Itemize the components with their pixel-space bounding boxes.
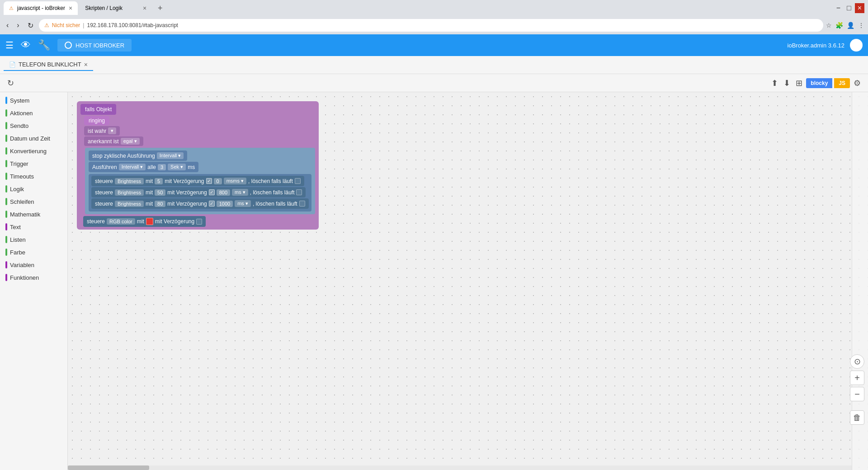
tab-skrip-close-btn[interactable]: ×: [143, 5, 146, 12]
sidebar-item-aktionen[interactable]: Aktionen: [0, 107, 67, 119]
extension-icon[interactable]: 🧩: [835, 22, 843, 29]
header-right: ioBroker.admin 3.6.12 ℹ: [788, 39, 863, 52]
main-block-group[interactable]: falls Objekt ringing ist wahr ▾: [77, 101, 319, 230]
ms-dropdown3[interactable]: ms ▾: [235, 200, 251, 207]
sidebar-item-logik[interactable]: Logik: [0, 183, 67, 195]
val3-input[interactable]: 80: [155, 201, 165, 207]
rgb-checkbox[interactable]: [196, 219, 202, 225]
toolbar: ↻ ⬆ ⬇ ⊞ blocky JS ⚙: [0, 74, 868, 92]
refresh-button[interactable]: ↻: [5, 76, 16, 90]
tab-close-btn[interactable]: ×: [69, 5, 72, 12]
canvas-area[interactable]: falls Objekt ringing ist wahr ▾: [68, 92, 868, 470]
alle-val[interactable]: 3: [158, 164, 166, 170]
checkbox3[interactable]: ✓: [209, 201, 215, 207]
sidebar-item-farbe[interactable]: Farbe: [0, 246, 67, 258]
sidebar-item-mathematik[interactable]: Mathematik: [0, 208, 67, 221]
script-tab-close[interactable]: ×: [84, 61, 88, 68]
bookmark-icon[interactable]: ☆: [826, 22, 832, 29]
sidebar-item-listen[interactable]: Listen: [0, 233, 67, 246]
sidebar-item-timeouts[interactable]: Timeouts: [0, 170, 67, 183]
sidebar-indicator-listen: [5, 236, 7, 243]
loschen2-checkbox[interactable]: [296, 189, 302, 195]
wrench-icon[interactable]: 🔧: [38, 39, 50, 51]
host-button[interactable]: HOST IOBROKER: [57, 39, 132, 52]
loschen3-checkbox[interactable]: [299, 201, 305, 207]
zoom-in-button[interactable]: +: [850, 371, 864, 385]
ms-val3[interactable]: 1000: [217, 201, 233, 207]
sidebar-item-datum[interactable]: Datum und Zeit: [0, 132, 67, 145]
sidebar-item-funktionen[interactable]: Funktionen: [0, 271, 67, 284]
reload-button[interactable]: ↻: [25, 19, 36, 32]
block-ausfuehren[interactable]: Ausführen Intervall ▾ alle 3 Sek ▾ ms: [89, 162, 198, 172]
menu-icon[interactable]: ⋮: [858, 22, 864, 29]
sek-dropdown[interactable]: Sek ▾: [168, 164, 186, 170]
ms-val2[interactable]: 800: [217, 189, 230, 196]
block-steuere-1[interactable]: steuere Brightness mit 5 mit Verzögerung…: [91, 176, 304, 186]
trash-button[interactable]: 🗑: [850, 410, 864, 425]
script-tab-active[interactable]: 📄 TELEFON BLINKLICHT ×: [4, 59, 93, 71]
sidebar-item-konvertierung[interactable]: Konvertierung: [0, 145, 67, 157]
settings-button[interactable]: ⚙: [852, 76, 863, 90]
eye-icon[interactable]: 👁: [21, 39, 31, 51]
center-view-button[interactable]: ⊙: [850, 354, 864, 369]
blocky-button[interactable]: blocky: [806, 78, 832, 88]
hamburger-menu-icon[interactable]: ☰: [5, 40, 14, 51]
sidebar-indicator-trigger: [5, 160, 7, 167]
block-steuere-2[interactable]: steuere Brightness mit 50 mit Verzögerun…: [91, 187, 306, 197]
sidebar-label-sendto: Sendto: [10, 122, 28, 129]
checkbox1[interactable]: ✓: [206, 178, 212, 184]
block-rgb[interactable]: steuere RGB color mit mit Verzögerung: [83, 216, 206, 227]
close-window-button[interactable]: ×: [855, 3, 864, 13]
account-icon[interactable]: 👤: [847, 22, 854, 29]
forward-button[interactable]: ›: [14, 19, 22, 31]
sidebar-indicator-aktionen: [5, 109, 7, 117]
sidebar-label-mathematik: Mathematik: [10, 211, 40, 218]
alle-label: alle: [147, 164, 156, 170]
val2-input[interactable]: 50: [155, 189, 165, 196]
sidebar-item-text[interactable]: Text: [0, 221, 67, 233]
tab-javascript[interactable]: ⚠ javascript - ioBroker ×: [4, 1, 78, 15]
maximize-button[interactable]: □: [844, 3, 854, 13]
sidebar-item-sendto[interactable]: Sendto: [0, 119, 67, 132]
canvas-scrollbar[interactable]: [68, 465, 852, 470]
sidebar-label-schleifen: Schleifen: [10, 198, 34, 205]
sidebar-item-system[interactable]: System: [0, 94, 67, 107]
address-bar[interactable]: ⚠ Nicht sicher | 192.168.178.100:8081/#t…: [39, 19, 823, 32]
ist-wahr-dropdown[interactable]: ▾: [108, 127, 116, 134]
block-steuere-3[interactable]: steuere Brightness mit 80 mit Verzögerun…: [91, 198, 309, 209]
user-avatar[interactable]: ℹ: [850, 39, 863, 52]
sidebar-item-schleifen[interactable]: Schleifen: [0, 195, 67, 208]
verz1-label: mit Verzögerung: [165, 178, 204, 184]
back-button[interactable]: ‹: [4, 19, 11, 31]
stop-dropdown[interactable]: Intervall ▾: [157, 152, 184, 159]
checkbox2[interactable]: ✓: [209, 189, 215, 195]
main-layout: System Aktionen Sendto Datum und Zeit Ko…: [0, 92, 868, 470]
sidebar-indicator-system: [5, 97, 7, 104]
egal-dropdown[interactable]: egal ▾: [121, 138, 140, 145]
block-ringing[interactable]: ringing: [84, 116, 109, 125]
rgb-color-swatch[interactable]: [146, 218, 153, 225]
new-tab-button[interactable]: +: [154, 2, 166, 14]
js-button[interactable]: JS: [834, 78, 850, 88]
block-stop[interactable]: stop zyklische Ausführung Intervall ▾: [89, 150, 187, 161]
falls-objekt-label: falls Objekt: [85, 106, 112, 113]
block-anerkannt[interactable]: anerkannt ist egal ▾: [84, 136, 143, 146]
val1-input[interactable]: 5: [155, 178, 163, 184]
ms-dropdown2[interactable]: ms ▾: [232, 189, 248, 196]
zoom-out-button[interactable]: −: [850, 387, 864, 401]
tab-skrip[interactable]: Skripten / Logik ×: [80, 1, 152, 15]
script-tab-label: TELEFON BLINKLICHT: [19, 61, 81, 68]
block-falls-objekt[interactable]: falls Objekt: [80, 104, 116, 115]
sidebar-item-trigger[interactable]: Trigger: [0, 157, 67, 170]
sidebar-item-variablen[interactable]: Variablen: [0, 258, 67, 271]
ausfuehren-dropdown[interactable]: Intervall ▾: [119, 164, 146, 170]
block-ist-wahr[interactable]: ist wahr ▾: [84, 126, 120, 136]
compare-button[interactable]: ⊞: [794, 76, 804, 90]
minimize-button[interactable]: −: [834, 3, 843, 13]
ms-val1[interactable]: 0: [214, 178, 222, 184]
ms-dropdown1[interactable]: msms ▾: [224, 178, 246, 184]
import-button[interactable]: ⬇: [782, 76, 792, 90]
steuere2-label: steuere: [95, 189, 113, 196]
loschen1-checkbox[interactable]: [295, 178, 301, 184]
export-button[interactable]: ⬆: [769, 76, 780, 90]
